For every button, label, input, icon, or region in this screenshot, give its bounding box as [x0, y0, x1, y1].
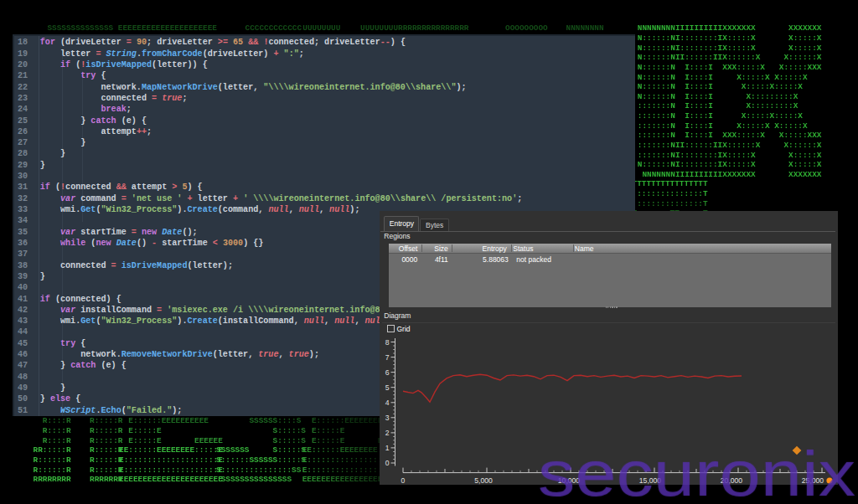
svg-text:3: 3 [385, 414, 390, 422]
svg-text:4: 4 [385, 399, 390, 407]
svg-text:0: 0 [385, 459, 390, 467]
svg-text:5,000: 5,000 [474, 476, 493, 485]
svg-text:2: 2 [385, 429, 390, 437]
svg-text:0: 0 [401, 476, 406, 485]
svg-text:1: 1 [385, 444, 390, 452]
svg-text:6: 6 [385, 368, 390, 377]
svg-text:8: 8 [385, 338, 390, 347]
svg-text:5: 5 [385, 383, 390, 392]
svg-text:7: 7 [385, 353, 390, 362]
